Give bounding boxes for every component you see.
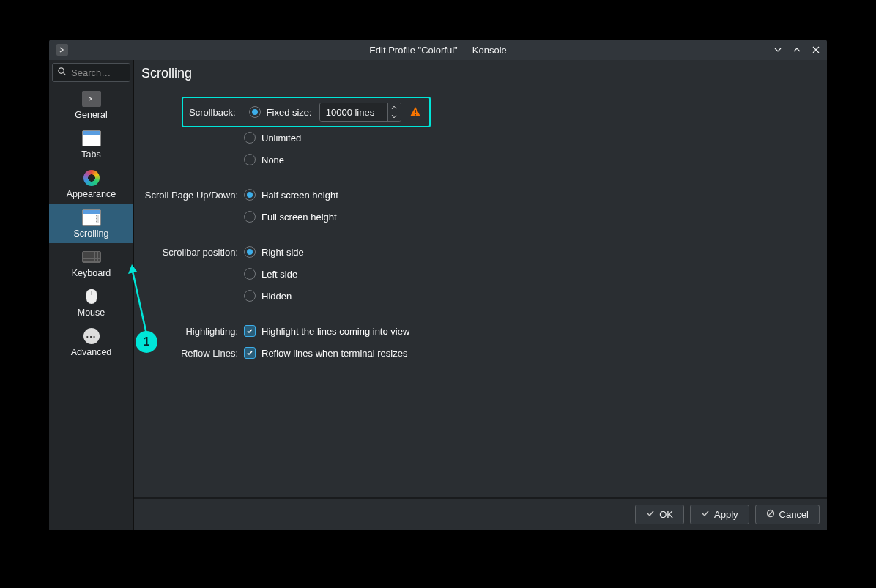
svg-line-5 [768,511,773,516]
cancel-button[interactable]: Cancel [755,505,820,524]
scrollback-label: Scrollback: [189,107,242,118]
dialog-footer: OK Apply Cancel [134,498,827,530]
scrollbar-right-radio[interactable]: Right side [244,246,304,258]
checkbox-label: Reflow lines when terminal resizes [261,348,407,359]
scroll-page-half-radio[interactable]: Half screen height [244,189,338,201]
app-icon [56,44,68,56]
window-title: Edit Profile "Colorful" — Konsole [369,45,507,56]
scrollback-lines-spinbox[interactable] [319,103,401,122]
close-button[interactable] [809,43,823,56]
sidebar-item-label: Mouse [78,308,105,318]
color-wheel-icon [82,170,101,186]
sidebar-item-label: Scrolling [74,228,109,239]
check-icon [701,509,710,520]
radio-label: Left side [261,269,297,280]
scrollbar-position-label: Scrollbar position: [141,247,244,258]
form-area: Scrollback: Fixed size: [134,89,827,498]
keyboard-icon [82,249,101,265]
svg-point-0 [59,68,64,73]
mouse-icon [82,289,101,305]
radio-icon [249,106,261,118]
radio-icon [244,189,256,201]
titlebar: Edit Profile "Colorful" — Konsole [49,40,827,60]
scrollback-fixed-radio[interactable]: Fixed size: [249,106,312,118]
checkbox-label: Highlight the lines coming into view [261,326,409,337]
highlighting-label: Highlighting: [141,326,244,337]
check-icon [646,509,655,520]
scroll-page-full-radio[interactable]: Full screen height [244,211,337,223]
radio-icon [244,246,256,258]
section-title: Scrolling [134,60,827,89]
highlighted-scrollback-row: Scrollback: Fixed size: [182,97,431,127]
apply-button[interactable]: Apply [690,505,749,524]
radio-label: Half screen height [261,190,338,201]
minimize-button[interactable] [771,43,784,56]
radio-label: Full screen height [261,212,337,223]
sidebar-item-label: General [75,110,107,120]
search-input[interactable] [71,67,125,78]
scrollback-lines-input[interactable] [320,103,387,121]
svg-line-1 [63,72,65,75]
sidebar-item-label: Tabs [81,149,100,160]
radio-label: Fixed size: [267,107,312,118]
sidebar-item-keyboard[interactable]: Keyboard [49,243,133,283]
button-label: OK [659,509,673,520]
sidebar-item-label: Keyboard [72,268,111,278]
search-icon [57,67,67,78]
radio-icon [244,268,256,280]
dialog-window: Edit Profile "Colorful" — Konsole [49,40,827,530]
main-panel: Scrolling Scrollback: Fixed size: [134,60,827,530]
spin-down-button[interactable] [388,112,401,121]
radio-icon [244,290,256,302]
reflow-lines-checkbox[interactable]: Reflow lines when terminal resizes [244,347,407,359]
reflow-label: Reflow Lines: [141,348,244,359]
tabs-icon [82,130,101,146]
sidebar-item-scrolling[interactable]: Scrolling [49,204,133,243]
radio-label: Right side [261,247,304,258]
warning-icon [407,104,423,120]
sidebar: General Tabs Appearance Scrolling Keyboa… [49,60,134,530]
scrollback-unlimited-radio[interactable]: Unlimited [244,132,301,144]
sidebar-item-label: Appearance [67,189,116,199]
sidebar-item-tabs[interactable]: Tabs [49,124,133,164]
terminal-icon [82,91,101,107]
button-label: Cancel [779,509,809,520]
radio-label: Unlimited [261,133,301,144]
sidebar-item-mouse[interactable]: Mouse [49,283,133,322]
scrollbar-left-radio[interactable]: Left side [244,268,297,280]
highlight-lines-checkbox[interactable]: Highlight the lines coming into view [244,325,409,337]
radio-icon [244,154,256,165]
button-label: Apply [714,509,738,520]
scrolling-icon [82,209,101,226]
cancel-icon [766,509,775,520]
checkbox-icon [244,347,256,359]
radio-icon [244,132,256,144]
scroll-page-label: Scroll Page Up/Down: [141,190,244,201]
sidebar-item-advanced[interactable]: ··· Advanced [49,322,133,362]
search-box[interactable] [52,63,130,82]
radio-label: Hidden [261,291,292,302]
ok-button[interactable]: OK [635,505,684,524]
spin-up-button[interactable] [388,103,401,112]
sidebar-item-general[interactable]: General [49,85,133,124]
scrollback-none-radio[interactable]: None [244,154,284,165]
radio-icon [244,211,256,223]
ellipsis-icon: ··· [82,328,101,344]
sidebar-item-label: Advanced [71,347,112,357]
svg-rect-2 [415,110,416,113]
sidebar-item-appearance[interactable]: Appearance [49,164,133,204]
scrollbar-hidden-radio[interactable]: Hidden [244,290,292,302]
radio-label: None [261,155,284,165]
maximize-button[interactable] [790,43,803,56]
checkbox-icon [244,325,256,337]
svg-rect-3 [415,114,416,116]
